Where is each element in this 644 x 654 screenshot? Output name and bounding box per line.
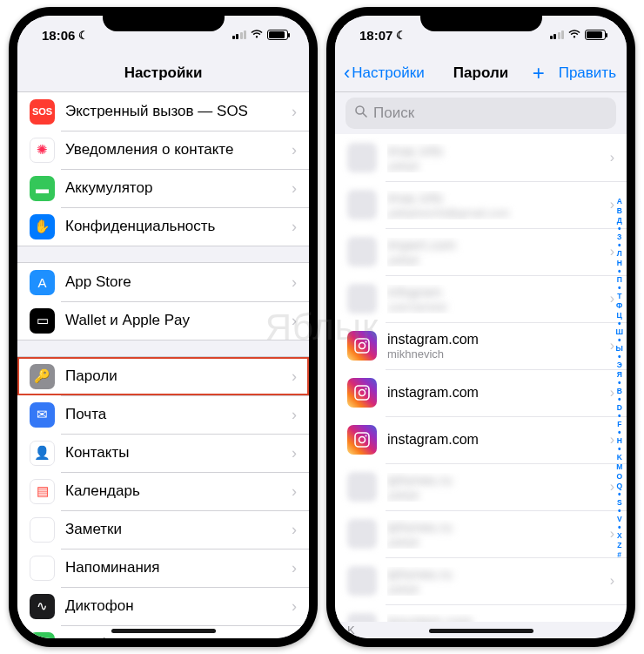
home-indicator[interactable] [429,629,533,633]
settings-row-sos[interactable]: SOSЭкстренный вызов — SOS› [17,92,309,131]
index-letter[interactable]: O [616,472,622,481]
password-row[interactable]: impert.comyablyk› [335,228,627,275]
index-letter[interactable]: Z [617,541,621,549]
settings-row-notes[interactable]: ☰Заметки› [17,510,309,549]
settings-row-calendar[interactable]: ▤Календарь› [17,472,309,510]
nav-bar: Настройки [17,54,309,92]
password-row[interactable]: iphones.ruyablyk› [335,463,627,510]
password-title: imac.info [387,144,599,159]
password-row[interactable]: instagram.com› [335,369,627,416]
password-row[interactable]: instagram.com› [335,416,627,463]
index-letter[interactable]: X [617,531,622,540]
password-row[interactable]: instagram.commikhnevich› [335,322,627,369]
settings-row-voice[interactable]: ∿Диктофон› [17,587,309,625]
settings-row-exposure[interactable]: ✺Уведомления о контакте› [17,131,309,169]
nav-bar: ‹ Настройки Пароли + Править [335,54,627,92]
row-label: Аккумулятор [65,179,292,197]
password-row[interactable]: iphones.ruyablyk› [335,510,627,557]
search-input[interactable]: Поиск [345,98,616,129]
index-letter[interactable]: Т [617,292,621,300]
index-letter[interactable]: • [618,413,621,419]
index-letter[interactable]: • [618,508,621,514]
index-letter[interactable]: • [618,380,621,386]
row-label: Календарь [65,482,292,500]
status-time: 18:07 [359,28,392,43]
password-subtitle: yablykworld@gmail.com [387,206,599,219]
passwords-icon: 🔑 [30,364,55,389]
chevron-right-icon: › [292,312,297,330]
svg-point-9 [359,437,366,443]
index-letter[interactable]: • [618,268,621,274]
wifi-icon [250,28,264,42]
password-row[interactable]: imac.infoyablykworld@gmail.com› [335,181,627,228]
row-label: Телефон [65,636,292,638]
password-title: iphones.ru [387,473,599,489]
svg-point-10 [366,435,367,437]
chevron-right-icon: › [292,559,297,577]
password-title: iphones.ru [387,567,599,583]
battery-icon [267,30,288,40]
notch [420,7,542,31]
row-label: Заметки [65,521,292,538]
index-letter[interactable]: • [618,491,621,497]
password-subtitle: usernameid [387,300,599,314]
index-letter[interactable]: А [617,197,622,206]
insta-icon [347,331,377,361]
index-letter[interactable]: • [618,446,621,452]
index-letter[interactable]: • [618,524,621,530]
privacy-icon: ✋ [30,214,55,239]
password-title: iphones.ru [387,520,599,536]
blur-icon [347,284,377,314]
contacts-icon: 👤 [30,441,55,466]
settings-row-wallet[interactable]: ▭Wallet и Apple Pay› [17,301,309,340]
chevron-right-icon: › [292,636,297,639]
index-letter[interactable]: • [618,337,621,343]
index-letter[interactable]: Э [617,361,622,369]
settings-row-privacy[interactable]: ✋Конфиденциальность› [17,207,309,246]
index-letter[interactable]: • [618,354,621,360]
index-letter[interactable]: # [617,550,621,559]
add-button[interactable]: + [533,63,545,84]
back-button[interactable]: ‹ Настройки [344,64,425,83]
settings-row-mail[interactable]: ✉Почта› [17,395,309,434]
password-row[interactable]: ipsystem.comyablykworld› [335,604,627,622]
index-letter[interactable]: • [618,226,621,232]
index-letter[interactable]: • [618,320,621,327]
back-label: Настройки [352,64,424,82]
password-title: instagram.com [387,432,599,448]
row-label: Конфиденциальность [65,218,292,235]
notch [103,7,225,31]
password-row[interactable]: iphones.ruyablyk› [335,557,627,604]
settings-row-reminders[interactable]: ⋮Напоминания› [17,549,309,587]
index-letter[interactable]: • [618,396,621,402]
index-letter[interactable]: Л [617,249,622,258]
index-letter[interactable]: M [616,462,622,471]
password-row[interactable]: imac.infoyablyk› [335,134,627,181]
index-letter[interactable]: В [617,206,622,215]
index-letter[interactable]: • [618,285,621,291]
sos-icon: SOS [30,99,55,125]
blur-icon [347,613,377,622]
row-label: Диктофон [65,597,292,615]
settings-row-battery[interactable]: ▬Аккумулятор› [17,169,309,207]
home-indicator[interactable] [111,629,216,633]
row-label: Уведомления о контакте [65,141,292,158]
settings-row-appstore[interactable]: AApp Store› [17,263,309,301]
index-letter[interactable]: Ф [616,301,622,310]
status-time: 18:06 [42,28,75,43]
index-letter[interactable]: • [618,242,621,248]
svg-point-4 [366,341,367,343]
alphabet-index[interactable]: АВД•З•ЛН•П•ТФЦ•Ш•Ы•ЭЯ•B•D•F•H•KMOQ•S•V•X… [614,134,625,622]
password-row[interactable]: infogramusernameid› [335,275,627,322]
settings-row-contacts[interactable]: 👤Контакты› [17,434,309,472]
battery-icon [585,30,606,40]
index-letter[interactable]: K [617,453,622,462]
password-subtitle: yablyk [387,583,599,596]
settings-row-passwords[interactable]: 🔑Пароли› [17,357,309,395]
appstore-icon: A [30,270,55,295]
row-label: Экстренный вызов — SOS [65,103,292,120]
phone-settings: 18:06 ☾ Настройки SOSЭкстренный вызов — … [9,7,318,647]
phone-passwords: 18:07 ☾ ‹ Настройки Пароли + Править [326,7,635,647]
edit-button[interactable]: Править [559,64,616,82]
index-letter[interactable]: • [618,429,621,435]
